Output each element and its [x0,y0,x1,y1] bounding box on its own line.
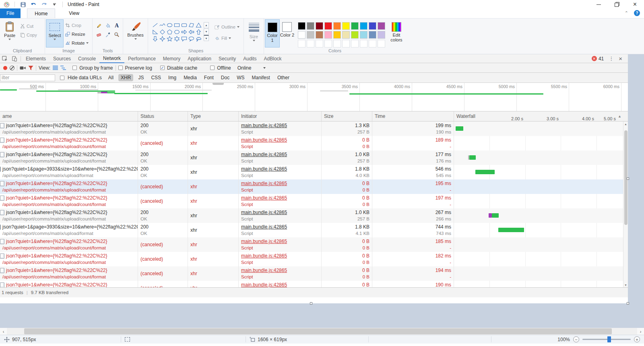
shape-diamond-icon[interactable] [159,29,166,35]
palette-swatch[interactable] [378,22,385,30]
initiator-link[interactable]: main.bundle.js:42865 [241,166,287,172]
offline-checkbox[interactable] [210,66,215,70]
initiator-link[interactable]: main.bundle.js:42865 [241,195,287,201]
preserve-log-checkbox[interactable] [118,66,123,70]
throttling-dropdown-icon[interactable] [263,67,266,69]
shape-triangle-icon[interactable] [195,22,202,29]
fill-button[interactable]: Fill [213,34,241,43]
scroll-right-icon[interactable]: › [637,328,644,335]
request-row[interactable]: json?quiet=1&where={%22flag%22:%22C%22}/… [0,252,628,266]
filter-input[interactable]: ilter [0,74,55,81]
request-row[interactable]: json?quiet=1&where={%22flag%22:%22C%22}/… [0,136,628,150]
disable-cache-checkbox[interactable] [160,66,165,70]
request-row[interactable]: json?quiet=1&where={%22flag%22:%22C%22}/… [0,281,628,287]
select-button[interactable]: Select [46,19,64,47]
request-row[interactable]: json?quiet=1&where={%22flag%22:%22C%22}/… [0,150,628,165]
palette-swatch[interactable] [378,31,385,39]
table-vertical-scrollbar[interactable]: ▲ ▼ [623,122,628,287]
collapse-ribbon-icon[interactable]: ⌃ [625,10,628,16]
column-header-type[interactable]: Type [188,111,239,121]
group-by-frame-checkbox[interactable] [72,66,77,70]
paint-canvas[interactable]: ElementsSourcesConsoleNetworkPerformance… [0,54,628,303]
color-picker-tool[interactable] [104,31,112,39]
shape-ellipse-icon[interactable] [166,22,173,29]
request-row[interactable]: json?quiet=1&page=3933&size=10&where={%2… [0,165,628,179]
palette-empty-swatch[interactable] [333,40,341,47]
zoom-in-button[interactable]: + [634,336,640,342]
edit-colors-button[interactable]: Edit colors [388,19,405,47]
device-toolbar-icon[interactable] [10,54,19,63]
screenshot-capture-icon[interactable] [20,66,26,70]
resize-button[interactable]: Resize [64,30,90,39]
tab-view[interactable]: View [62,8,87,18]
column-header-time[interactable]: Time [372,111,454,121]
initiator-link[interactable]: main.bundle.js:42865 [241,137,287,143]
shape-hexagon-icon[interactable] [173,29,180,35]
filter-pill-font[interactable]: Font [202,74,216,81]
palette-empty-swatch[interactable] [351,40,359,47]
palette-swatch[interactable] [324,31,332,39]
palette-swatch[interactable] [307,22,314,30]
shape-curve-icon[interactable] [159,22,166,29]
redo-button[interactable] [40,1,48,8]
shape-callout-cloud-icon[interactable] [195,35,202,42]
request-row[interactable]: json?quiet=1&where={%22flag%22:%22C%22}/… [0,266,628,281]
filter-pill-img[interactable]: Img [166,74,179,81]
shapes-more-icon[interactable]: ▼ [204,35,209,41]
filter-pill-manifest[interactable]: Manifest [250,74,272,81]
outline-button[interactable]: Outline [213,23,241,31]
palette-empty-swatch[interactable] [378,40,385,47]
devtools-tab-console[interactable]: Console [74,54,99,63]
initiator-link[interactable]: main.bundle.js:42865 [241,282,287,287]
tab-home[interactable]: Home [27,8,55,18]
zoom-slider[interactable] [582,339,631,340]
view-list-icon[interactable] [53,66,58,70]
hide-data-urls-checkbox[interactable] [60,76,64,80]
palette-swatch[interactable] [307,31,314,39]
filter-pill-media[interactable]: Media [181,74,199,81]
initiator-link[interactable]: main.bundle.js:42865 [241,224,287,230]
save-button[interactable] [19,1,27,8]
filter-pill-all[interactable]: All [106,74,116,81]
request-row[interactable]: json?quiet=1&page=3930&size=10&where={%2… [0,223,628,237]
hscrollbar-thumb[interactable] [24,328,612,334]
devtools-tab-application[interactable]: Application [184,54,215,63]
shape-arrow-right-icon[interactable] [180,29,188,35]
request-row[interactable]: json?quiet=1&where={%22flag%22:%22C%22}/… [0,237,628,252]
shape-star-4-icon[interactable] [159,35,166,42]
palette-swatch[interactable] [324,22,332,30]
shape-star-5-icon[interactable] [166,35,173,42]
column-header-initiator[interactable]: Initiator [239,111,322,121]
color2-button[interactable]: Color 2 [280,19,295,47]
palette-empty-swatch[interactable] [298,40,305,47]
scroll-up-icon[interactable]: ▲ [623,122,628,126]
devtools-tab-security[interactable]: Security [215,54,239,63]
shape-rectangle-icon[interactable] [173,22,180,29]
palette-empty-swatch[interactable] [360,40,367,47]
palette-empty-swatch[interactable] [316,40,323,47]
palette-empty-swatch[interactable] [369,40,376,47]
palette-swatch[interactable] [369,31,376,39]
filter-pill-js[interactable]: JS [136,74,146,81]
request-row[interactable]: json?quiet=1&where={%22flag%22:%22C%22}/… [0,122,628,136]
devtools-tab-sources[interactable]: Sources [50,54,74,63]
record-button[interactable] [3,66,7,70]
throttling-select[interactable]: Online [237,65,252,71]
initiator-link[interactable]: main.bundle.js:42865 [241,181,287,186]
inspect-element-icon[interactable] [0,54,10,63]
help-icon[interactable]: ? [634,10,640,16]
devtools-close-icon[interactable]: × [619,55,622,62]
fill-tool[interactable] [104,22,112,30]
horizontal-scrollbar[interactable]: ‹ › [0,328,644,335]
request-row[interactable]: json?quiet=1&where={%22flag%22:%22C%22}/… [0,208,628,223]
palette-swatch[interactable] [342,22,350,30]
size-button[interactable]: Size [245,19,263,47]
clear-icon[interactable] [10,66,14,70]
network-overview[interactable]: 500 ms1000 ms1500 ms2000 ms2500 ms3000 m… [0,83,628,111]
column-header-waterfall[interactable]: Waterfall 2.00 s3.00 s4.00 s5.00 s ▲ [454,111,628,121]
pencil-tool[interactable] [95,22,103,30]
palette-swatch[interactable] [298,31,305,39]
palette-swatch[interactable] [360,31,367,39]
request-row[interactable]: json?quiet=1&where={%22flag%22:%22C%22}/… [0,179,628,194]
devtools-tab-adblock[interactable]: AdBlock [260,54,285,63]
